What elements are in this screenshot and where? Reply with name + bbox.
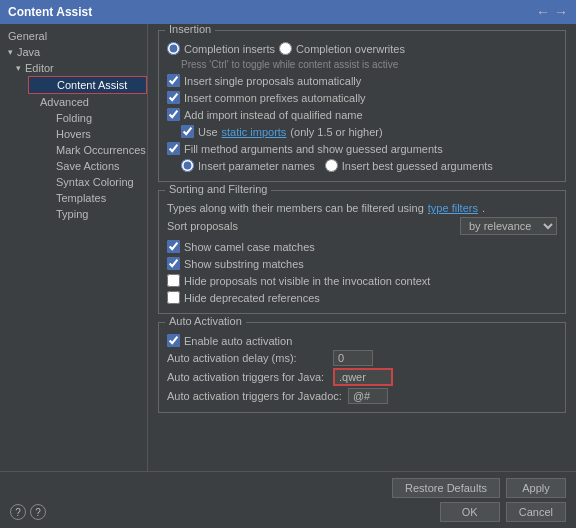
not-visible-row: Hide proposals not visible in the invoca… xyxy=(167,273,557,288)
enable-auto-row: Enable auto activation xyxy=(167,333,557,348)
ok-button[interactable]: OK xyxy=(440,502,500,522)
substring-label: Show substring matches xyxy=(184,258,304,270)
auto-activation-section: Auto Activation Enable auto activation A… xyxy=(158,322,566,413)
sidebar-label-mark-occurrences: Mark Occurrences xyxy=(56,144,146,156)
insertion-section-title: Insertion xyxy=(165,24,215,35)
sidebar-label-editor: Editor xyxy=(25,62,54,74)
insert-single-label: Insert single proposals automatically xyxy=(184,75,361,87)
apply-button[interactable]: Apply xyxy=(506,478,566,498)
insert-common-checkbox[interactable] xyxy=(167,91,180,104)
bottom-bar-bottom: ? ? OK Cancel xyxy=(10,502,566,522)
dialog-title: Content Assist xyxy=(8,5,92,19)
sidebar-item-content-assist[interactable]: Content Assist xyxy=(28,76,147,94)
static-imports-link[interactable]: static imports xyxy=(222,126,287,138)
only-15-label: (only 1.5 or higher) xyxy=(290,126,382,138)
param-insert-label: Insert parameter names xyxy=(198,160,315,172)
delay-input[interactable] xyxy=(333,350,373,366)
deprecated-label: Hide deprecated references xyxy=(184,292,320,304)
cancel-button[interactable]: Cancel xyxy=(506,502,566,522)
sidebar-label-content-assist: Content Assist xyxy=(57,79,127,91)
help-icons: ? ? xyxy=(10,502,46,522)
enable-auto-label: Enable auto activation xyxy=(184,335,292,347)
sidebar-label-advanced: Advanced xyxy=(40,96,89,108)
title-bar: Content Assist ← → xyxy=(0,0,576,24)
param-best-radio[interactable] xyxy=(325,159,338,172)
insert-common-row: Insert common prefixes automatically xyxy=(167,90,557,105)
forward-arrow[interactable]: → xyxy=(554,4,568,20)
add-import-label: Add import instead of qualified name xyxy=(184,109,363,121)
sorting-section: Sorting and Filtering Types along with t… xyxy=(158,190,566,314)
delay-label: Auto activation delay (ms): xyxy=(167,352,327,364)
enable-auto-checkbox[interactable] xyxy=(167,334,180,347)
java-triggers-label: Auto activation triggers for Java: xyxy=(167,371,327,383)
use-static-row: Use static imports (only 1.5 or higher) xyxy=(181,124,557,139)
nav-arrows: ← → xyxy=(536,4,568,20)
param-best-label: Insert best guessed arguments xyxy=(342,160,493,172)
insert-common-label: Insert common prefixes automatically xyxy=(184,92,366,104)
add-import-checkbox[interactable] xyxy=(167,108,180,121)
sorting-section-title: Sorting and Filtering xyxy=(165,183,271,195)
bottom-bar: Restore Defaults Apply ? ? OK Cancel xyxy=(0,471,576,528)
help-icon-1[interactable]: ? xyxy=(10,504,26,520)
delay-row: Auto activation delay (ms): xyxy=(167,350,557,366)
sidebar-item-java[interactable]: ▾Java xyxy=(0,44,147,60)
bottom-bar-top: Restore Defaults Apply xyxy=(10,478,566,498)
sidebar-item-general[interactable]: General xyxy=(0,28,147,44)
substring-row: Show substring matches xyxy=(167,256,557,271)
dialog: Content Assist ← → General▾Java▾EditorCo… xyxy=(0,0,576,528)
insert-single-checkbox[interactable] xyxy=(167,74,180,87)
javadoc-triggers-row: Auto activation triggers for Javadoc: xyxy=(167,388,557,404)
sort-proposals-select[interactable]: by relevance alphabetically xyxy=(460,217,557,235)
completion-overwrites-radio[interactable] xyxy=(279,42,292,55)
sidebar-item-syntax-coloring[interactable]: Syntax Coloring xyxy=(28,174,147,190)
sidebar-label-hovers: Hovers xyxy=(56,128,91,140)
type-filters-row: Types along with their members can be fi… xyxy=(167,201,557,215)
insertion-section: Insertion Completion inserts Completion … xyxy=(158,30,566,182)
back-arrow[interactable]: ← xyxy=(536,4,550,20)
parameter-insert-row: Insert parameter names Insert best guess… xyxy=(181,158,557,173)
sidebar-item-typing[interactable]: Typing xyxy=(28,206,147,222)
javadoc-triggers-input[interactable] xyxy=(348,388,388,404)
completion-row: Completion inserts Completion overwrites xyxy=(167,41,557,56)
java-triggers-input[interactable] xyxy=(333,368,393,386)
sidebar-item-folding[interactable]: Folding xyxy=(28,110,147,126)
sidebar-label-save-actions: Save Actions xyxy=(56,160,120,172)
ctrl-hint-row: Press 'Ctrl' to toggle while content ass… xyxy=(167,58,557,71)
fill-method-row: Fill method arguments and show guessed a… xyxy=(167,141,557,156)
deprecated-row: Hide deprecated references xyxy=(167,290,557,305)
sidebar-item-hovers[interactable]: Hovers xyxy=(28,126,147,142)
sidebar-item-advanced[interactable]: Advanced xyxy=(0,94,147,110)
java-triggers-row: Auto activation triggers for Java: xyxy=(167,368,557,386)
sidebar-item-save-actions[interactable]: Save Actions xyxy=(28,158,147,174)
use-static-checkbox[interactable] xyxy=(181,125,194,138)
sort-proposals-label: Sort proposals xyxy=(167,220,238,232)
help-icon-2[interactable]: ? xyxy=(30,504,46,520)
sidebar-label-general: General xyxy=(8,30,47,42)
sidebar-item-templates[interactable]: Templates xyxy=(28,190,147,206)
sidebar-item-editor[interactable]: ▾Editor xyxy=(0,60,147,76)
fill-method-label: Fill method arguments and show guessed a… xyxy=(184,143,443,155)
add-import-row: Add import instead of qualified name xyxy=(167,107,557,122)
sidebar-label-templates: Templates xyxy=(56,192,106,204)
sort-proposals-row: Sort proposals by relevance alphabetical… xyxy=(167,217,557,235)
ctrl-hint-label: Press 'Ctrl' to toggle while content ass… xyxy=(181,59,398,70)
fill-method-checkbox[interactable] xyxy=(167,142,180,155)
deprecated-checkbox[interactable] xyxy=(167,291,180,304)
type-filters-period: . xyxy=(482,202,485,214)
completion-inserts-radio[interactable] xyxy=(167,42,180,55)
not-visible-label: Hide proposals not visible in the invoca… xyxy=(184,275,430,287)
main-content: General▾Java▾EditorContent AssistAdvance… xyxy=(0,24,576,471)
camel-case-checkbox[interactable] xyxy=(167,240,180,253)
not-visible-checkbox[interactable] xyxy=(167,274,180,287)
auto-activation-section-title: Auto Activation xyxy=(165,315,246,327)
param-insert-radio[interactable] xyxy=(181,159,194,172)
restore-defaults-button[interactable]: Restore Defaults xyxy=(392,478,500,498)
sidebar-item-mark-occurrences[interactable]: Mark Occurrences xyxy=(28,142,147,158)
panel: Insertion Completion inserts Completion … xyxy=(148,24,576,471)
javadoc-triggers-label: Auto activation triggers for Javadoc: xyxy=(167,390,342,402)
substring-checkbox[interactable] xyxy=(167,257,180,270)
type-filters-link[interactable]: type filters xyxy=(428,202,478,214)
sidebar: General▾Java▾EditorContent AssistAdvance… xyxy=(0,24,148,471)
sidebar-label-typing: Typing xyxy=(56,208,88,220)
camel-case-row: Show camel case matches xyxy=(167,239,557,254)
